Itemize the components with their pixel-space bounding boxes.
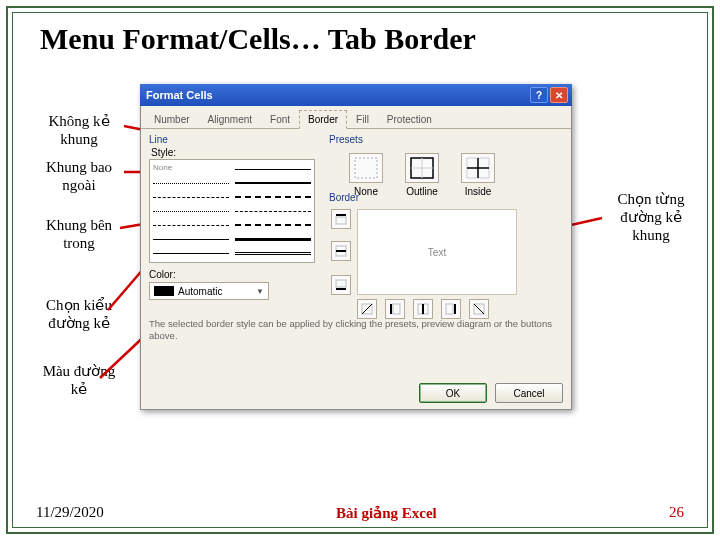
preset-outline-button[interactable] [405, 153, 439, 183]
line-style-thick[interactable] [235, 238, 311, 241]
border-panel: Line Style: None [149, 134, 563, 375]
tab-strip: Number Alignment Font Border Fill Protec… [141, 106, 571, 129]
border-middle-v-icon [416, 302, 430, 316]
color-swatch-icon [154, 286, 174, 296]
style-label: Style: [151, 147, 315, 158]
slide-footer: 11/29/2020 Bài giảng Excel 26 [0, 504, 720, 522]
callout-outline: Khung bao ngoài [34, 158, 124, 194]
preset-none-button[interactable] [349, 153, 383, 183]
callout-none: Không kẻ khung [34, 112, 124, 148]
tab-font[interactable]: Font [261, 110, 299, 128]
svg-rect-17 [336, 280, 346, 287]
border-left-button[interactable] [385, 299, 405, 319]
svg-rect-22 [393, 304, 400, 314]
border-middle-h-icon [334, 244, 348, 258]
line-style-medium-dash-dot[interactable] [235, 224, 311, 226]
color-value: Automatic [178, 286, 222, 297]
line-style-thin[interactable] [235, 169, 311, 170]
slide-title: Menu Format/Cells… Tab Border [40, 22, 476, 56]
callout-inside: Khung bên trong [30, 216, 128, 252]
tab-fill[interactable]: Fill [347, 110, 378, 128]
border-diag-down-button[interactable] [469, 299, 489, 319]
line-style-none[interactable]: None [153, 163, 229, 172]
footer-date: 11/29/2020 [36, 504, 104, 522]
line-group: Line Style: None [149, 134, 315, 300]
border-group: Border Text [329, 192, 563, 323]
line-style-slanted[interactable] [153, 239, 229, 240]
line-style-hair[interactable] [153, 211, 229, 212]
border-bottom-button[interactable] [331, 275, 351, 295]
format-cells-dialog: Format Cells ? ✕ Number Alignment Font B… [140, 84, 572, 410]
cancel-button[interactable]: Cancel [495, 383, 563, 403]
svg-line-20 [362, 304, 372, 314]
tab-border[interactable]: Border [299, 110, 347, 129]
border-diag-up-button[interactable] [357, 299, 377, 319]
border-diag-up-icon [360, 302, 374, 316]
svg-rect-25 [446, 304, 453, 314]
border-right-button[interactable] [441, 299, 461, 319]
border-top-button[interactable] [331, 209, 351, 229]
close-button[interactable]: ✕ [550, 87, 568, 103]
svg-rect-14 [336, 217, 346, 224]
border-left-icon [388, 302, 402, 316]
svg-line-28 [474, 304, 484, 314]
preset-outline-icon [409, 156, 435, 180]
presets-label: Presets [329, 134, 563, 145]
ok-button[interactable]: OK [419, 383, 487, 403]
color-dropdown[interactable]: Automatic ▼ [149, 282, 269, 300]
footer-page: 26 [669, 504, 684, 522]
hint-text: The selected border style can be applied… [149, 318, 563, 343]
callout-border: Chọn từng đường kẻ khung [606, 190, 696, 244]
color-group: Color: Automatic ▼ [149, 269, 315, 300]
border-middle-v-button[interactable] [413, 299, 433, 319]
line-style-dash-dot[interactable] [235, 211, 311, 212]
line-style-double[interactable] [235, 252, 311, 255]
footer-title: Bài giảng Excel [336, 504, 437, 522]
line-style-list[interactable]: None [149, 159, 315, 263]
dialog-title: Format Cells [146, 89, 528, 101]
callout-style: Chọn kiểu đường kẻ [30, 296, 128, 332]
line-style-dash-dot-dot[interactable] [153, 225, 229, 226]
border-label: Border [329, 192, 563, 203]
preview-text: Text [428, 247, 446, 258]
border-preview[interactable]: Text [357, 209, 517, 295]
help-button[interactable]: ? [530, 87, 548, 103]
border-middle-h-button[interactable] [331, 241, 351, 261]
border-right-icon [444, 302, 458, 316]
tab-protection[interactable]: Protection [378, 110, 441, 128]
line-style-medium-dashed[interactable] [235, 196, 311, 198]
svg-rect-6 [355, 158, 377, 178]
color-label: Color: [149, 269, 315, 280]
border-top-icon [334, 212, 348, 226]
line-group-label: Line [149, 134, 315, 145]
presets-group: Presets None Outline [329, 134, 563, 199]
dialog-titlebar[interactable]: Format Cells ? ✕ [140, 84, 572, 106]
border-diag-down-icon [472, 302, 486, 316]
preset-none-icon [353, 156, 379, 180]
border-bottom-icon [334, 278, 348, 292]
line-style-solid[interactable] [153, 253, 229, 254]
tab-alignment[interactable]: Alignment [199, 110, 261, 128]
dialog-body: Number Alignment Font Border Fill Protec… [140, 106, 572, 410]
line-style-medium[interactable] [235, 182, 311, 184]
tab-number[interactable]: Number [145, 110, 199, 128]
preset-inside-button[interactable] [461, 153, 495, 183]
dialog-button-row: OK Cancel [419, 383, 563, 403]
line-style-dotted[interactable] [153, 183, 229, 184]
chevron-down-icon: ▼ [256, 287, 264, 296]
line-style-dashed[interactable] [153, 197, 229, 198]
preset-inside-icon [465, 156, 491, 180]
callout-color: Màu đường kẻ [36, 362, 122, 398]
